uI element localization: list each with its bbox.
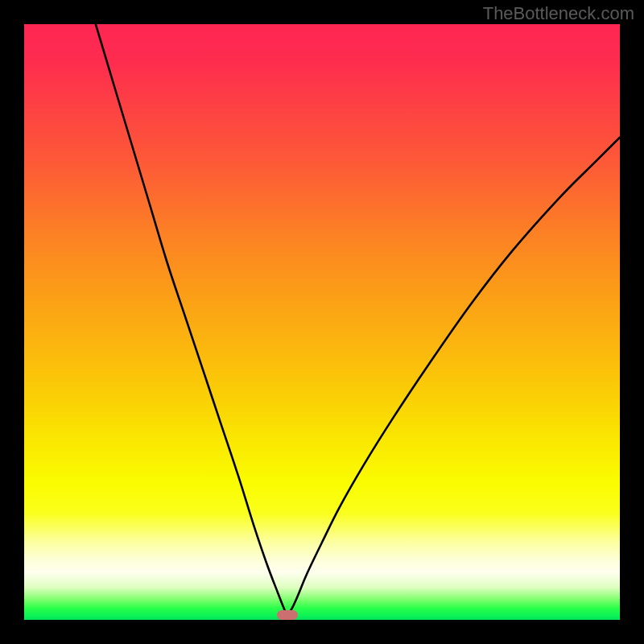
bottleneck-curve: [96, 24, 620, 614]
plot-area: [24, 24, 620, 620]
watermark-text: TheBottleneck.com: [483, 3, 634, 24]
optimum-marker: [277, 610, 298, 620]
chart-frame: TheBottleneck.com: [0, 0, 644, 644]
curve-svg: [24, 24, 620, 620]
